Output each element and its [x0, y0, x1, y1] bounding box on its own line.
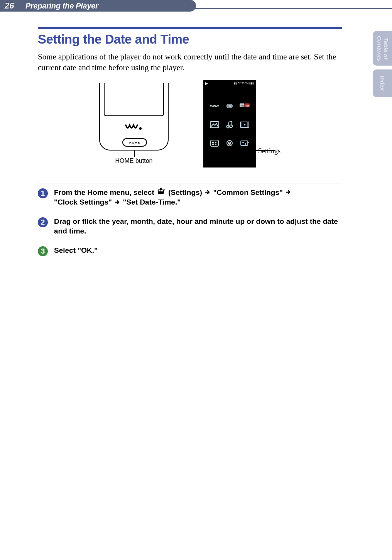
settings-leader-line [255, 150, 275, 151]
status-battery-icon: ▮▮▮ [249, 82, 254, 85]
svg-rect-14 [215, 142, 216, 143]
svg-text:You: You [240, 105, 245, 107]
tab-index[interactable]: Index [373, 69, 392, 97]
step-3: 3 Select "OK." [38, 241, 342, 261]
step-number-2: 2 [38, 217, 48, 227]
svg-rect-26 [160, 188, 162, 190]
page-content: Setting the Date and Time Some applicati… [38, 27, 342, 261]
youtube-icon: YouTube [238, 101, 251, 111]
side-tabs: Table of Contents Index [373, 31, 392, 97]
svg-point-19 [229, 142, 230, 144]
arrow-right-icon [286, 188, 291, 198]
status-bar: ▶ ▮▮ 02:36PM ▮▮▮ [204, 81, 255, 86]
step-number-3: 3 [38, 246, 48, 256]
home-screen: ▶ ▮▮ 02:36PM ▮▮▮ www FM YouTube [203, 80, 256, 167]
svg-rect-16 [215, 144, 216, 145]
svg-rect-25 [161, 190, 163, 191]
step-2: 2 Drag or flick the year, month, date, h… [38, 212, 342, 241]
fm-icon: FM [223, 101, 236, 111]
svg-rect-13 [212, 142, 214, 143]
step-1-text: From the Home menu, select (Settings) "C… [54, 188, 292, 208]
step-1: 1 From the Home menu, select (Settings) … [38, 183, 342, 213]
step-2-text: Drag or flick the year, month, date, hou… [54, 217, 342, 236]
chapter-title: Preparing the Player [19, 0, 196, 12]
status-time: 02:36PM [238, 82, 248, 85]
step-number-1: 1 [38, 188, 48, 198]
music-icon [223, 120, 236, 130]
figures: HOME HOME button ▶ ▮▮ 02:36PM ▮▮▮ www [38, 80, 342, 167]
walkman-logo-icon [100, 124, 168, 133]
device-figure: HOME HOME button [99, 83, 169, 164]
apps-icon [208, 138, 221, 148]
settings-icon [238, 138, 251, 148]
home-button: HOME [122, 138, 147, 147]
screen-figure: ▶ ▮▮ 02:36PM ▮▮▮ www FM YouTube [203, 80, 280, 167]
photo-icon [208, 120, 221, 130]
svg-point-0 [139, 127, 142, 130]
video-icon [238, 120, 251, 130]
svg-rect-23 [158, 189, 164, 194]
browser-icon: www [208, 101, 221, 111]
app-grid: www FM YouTube [204, 86, 255, 152]
page-header: 26 Preparing the Player [0, 0, 392, 12]
toolkit-icon [157, 188, 166, 198]
svg-point-7 [230, 125, 232, 127]
svg-text:Tube: Tube [245, 105, 249, 107]
settings-caption: Settings [258, 147, 280, 155]
status-wifi-icon: ▮▮ [234, 82, 237, 85]
arrow-right-icon [115, 198, 120, 208]
intro-text: Some applications of the player do not w… [38, 51, 342, 73]
device-outline: HOME [99, 83, 169, 151]
page-number: 26 [0, 0, 19, 12]
svg-rect-20 [241, 141, 248, 145]
podcast-icon [223, 138, 236, 148]
svg-rect-24 [159, 190, 161, 191]
svg-rect-12 [211, 140, 218, 146]
home-button-caption: HOME button [115, 157, 153, 164]
home-leader-line [134, 150, 135, 157]
header-rule [192, 8, 392, 9]
page-title: Setting the Date and Time [38, 32, 342, 47]
tab-toc[interactable]: Table of Contents [373, 31, 392, 66]
step-3-text: Select "OK." [54, 246, 98, 255]
svg-point-22 [245, 143, 246, 145]
svg-point-21 [242, 142, 244, 143]
title-rule [38, 27, 342, 29]
device-screen-edge [104, 83, 164, 116]
status-play-icon: ▶ [205, 81, 208, 85]
arrow-right-icon [205, 188, 210, 198]
svg-rect-15 [212, 144, 214, 145]
